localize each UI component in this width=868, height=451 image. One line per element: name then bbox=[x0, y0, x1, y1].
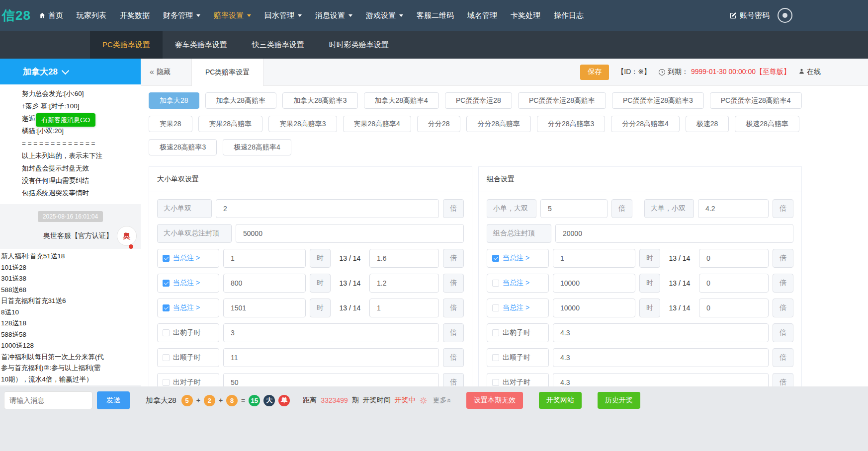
nav-item[interactable]: 消息设置 bbox=[315, 11, 352, 20]
game-tab[interactable]: 极速28高赔率 bbox=[735, 116, 799, 132]
odds-input[interactable] bbox=[376, 279, 433, 288]
nav-item[interactable]: 首页 bbox=[39, 11, 63, 20]
odds-input[interactable] bbox=[230, 328, 433, 337]
nav-item[interactable]: 卡奖处理 bbox=[511, 11, 540, 20]
game-tab[interactable]: 分分28高赔率4 bbox=[611, 116, 679, 132]
odds-input[interactable] bbox=[547, 204, 601, 213]
subnav-tab[interactable]: 赛车类赔率设置 bbox=[163, 31, 240, 59]
checkbox[interactable] bbox=[163, 329, 170, 336]
odds-input[interactable] bbox=[705, 254, 762, 263]
game-tab[interactable]: 加拿大28高赔率 bbox=[205, 92, 277, 109]
odds-input[interactable] bbox=[562, 229, 787, 238]
history-button[interactable]: 历史开奖 bbox=[598, 392, 640, 409]
checkbox[interactable] bbox=[163, 379, 170, 386]
game-tab[interactable]: 加拿大28 bbox=[149, 92, 199, 109]
checkbox-cell[interactable]: 出豹子时 bbox=[487, 323, 549, 342]
checkbox[interactable] bbox=[163, 354, 170, 361]
user-circle-icon[interactable] bbox=[778, 8, 792, 23]
nav-item[interactable]: 财务管理 bbox=[163, 11, 200, 20]
game-tab[interactable]: 分分28 bbox=[417, 116, 461, 132]
odds-input[interactable] bbox=[376, 254, 433, 263]
nav-item[interactable]: 开奖数据 bbox=[120, 11, 150, 20]
checkbox-cell[interactable]: 当总注 > bbox=[157, 274, 219, 293]
nav-item[interactable]: 操作日志 bbox=[554, 11, 584, 20]
threshold-input[interactable] bbox=[230, 303, 299, 312]
subnav-tab[interactable]: 快三类赔率设置 bbox=[240, 31, 317, 59]
nav-item-label: 开奖数据 bbox=[120, 11, 150, 20]
content-tab[interactable]: PC类赔率设置 bbox=[191, 59, 263, 86]
game-tab[interactable]: 极速28高赔率4 bbox=[223, 139, 291, 155]
odds-input[interactable] bbox=[230, 353, 433, 362]
subnav-tab[interactable]: 时时彩类赔率设置 bbox=[317, 31, 401, 59]
odds-input[interactable] bbox=[559, 353, 762, 362]
checkbox[interactable] bbox=[163, 304, 170, 311]
threshold-input[interactable] bbox=[559, 279, 629, 288]
nav-item[interactable]: 回水管理 bbox=[264, 11, 302, 20]
odds-input[interactable] bbox=[704, 204, 762, 213]
checkbox[interactable] bbox=[492, 354, 499, 361]
odds-input[interactable] bbox=[705, 279, 762, 288]
checkbox-cell[interactable]: 当总注 > bbox=[157, 299, 219, 317]
game-tab[interactable]: 极速28高赔率3 bbox=[149, 139, 217, 155]
checkbox-cell[interactable]: 出顺子时 bbox=[487, 348, 549, 367]
game-tab[interactable]: 加拿大28高赔率3 bbox=[282, 92, 357, 109]
game-tab[interactable]: 宾果28 bbox=[149, 116, 192, 132]
chat-messages[interactable]: 努力总会发光:[小:60]↑落彡 慕:[对子:100]邂逅:[小:150]橘猫:… bbox=[0, 84, 141, 386]
service-avatar[interactable]: 奥 bbox=[117, 226, 137, 246]
threshold-input[interactable] bbox=[230, 279, 299, 288]
nav-item[interactable]: 客服二维码 bbox=[417, 11, 454, 20]
odds-input[interactable] bbox=[559, 328, 762, 337]
odds-input[interactable] bbox=[705, 303, 762, 312]
checkbox[interactable] bbox=[163, 280, 170, 287]
invalidate-round-button[interactable]: 设置本期无效 bbox=[466, 392, 523, 409]
checkbox-cell[interactable]: 出顺子时 bbox=[157, 348, 219, 367]
checkbox-cell[interactable]: 当总注 > bbox=[487, 299, 549, 317]
new-service-message-button[interactable]: 有新客服消息GO bbox=[36, 113, 95, 127]
game-tab[interactable]: 分分28高赔率 bbox=[466, 116, 531, 132]
checkbox-cell[interactable]: 当总注 > bbox=[487, 249, 549, 268]
game-tab[interactable]: PC蛋蛋幸运28高赔率 bbox=[518, 92, 606, 109]
send-button[interactable]: 发送 bbox=[97, 391, 130, 409]
game-tab[interactable]: 宾果28高赔率4 bbox=[343, 116, 411, 132]
subnav-tab[interactable]: PC类赔率设置 bbox=[90, 31, 163, 59]
save-button[interactable]: 保存 bbox=[580, 65, 609, 80]
game-tab[interactable]: PC蛋蛋幸运28高赔率4 bbox=[710, 92, 802, 109]
game-tab[interactable]: 加拿大28高赔率4 bbox=[364, 92, 439, 109]
checkbox[interactable] bbox=[492, 379, 499, 386]
checkbox[interactable] bbox=[492, 280, 499, 287]
checkbox[interactable] bbox=[492, 304, 499, 311]
checkbox-cell[interactable]: 当总注 > bbox=[487, 274, 549, 293]
odds-input[interactable] bbox=[559, 378, 762, 387]
chat-message-input[interactable] bbox=[4, 391, 92, 409]
nav-item[interactable]: 域名管理 bbox=[467, 11, 497, 20]
app-logo[interactable]: 信28 bbox=[2, 7, 39, 24]
checkbox[interactable] bbox=[492, 329, 499, 336]
odds-input[interactable] bbox=[230, 378, 433, 387]
threshold-input[interactable] bbox=[559, 303, 629, 312]
nav-item[interactable]: 游戏设置 bbox=[366, 11, 403, 20]
account-password-button[interactable]: 账号密码 bbox=[729, 11, 770, 20]
nav-item[interactable]: 玩家列表 bbox=[77, 11, 106, 20]
chat-room-selector[interactable]: 加拿大28 bbox=[0, 59, 141, 84]
checkbox-cell[interactable]: 出豹子时 bbox=[157, 323, 219, 342]
nav-item[interactable]: 赔率设置 bbox=[214, 11, 251, 20]
game-tab[interactable]: 宾果28高赔率3 bbox=[268, 116, 337, 132]
game-tab[interactable]: PC蛋蛋幸运28高赔率3 bbox=[612, 92, 704, 109]
game-tab[interactable]: 分分28高赔率3 bbox=[537, 116, 605, 132]
checkbox-cell[interactable]: 当总注 > bbox=[157, 249, 219, 268]
odds-input[interactable] bbox=[222, 204, 433, 213]
threshold-input[interactable] bbox=[559, 254, 629, 263]
checkbox-label: 出顺子时 bbox=[503, 353, 530, 362]
checkbox[interactable] bbox=[492, 255, 499, 262]
odds-input[interactable] bbox=[376, 303, 433, 312]
game-tab[interactable]: 宾果28高赔率 bbox=[198, 116, 263, 132]
checkbox[interactable] bbox=[163, 255, 170, 262]
hide-sidebar-button[interactable]: « 隐藏 bbox=[150, 68, 171, 76]
game-tab[interactable]: PC蛋蛋幸运28 bbox=[445, 92, 512, 109]
more-toggle[interactable]: 更多 « bbox=[433, 396, 451, 405]
chat-line: 以上未列出的，表示未下注 bbox=[22, 150, 137, 162]
odds-input[interactable] bbox=[242, 229, 457, 238]
threshold-input[interactable] bbox=[230, 254, 299, 263]
draw-website-button[interactable]: 开奖网站 bbox=[539, 392, 582, 409]
game-tab[interactable]: 极速28 bbox=[686, 116, 729, 132]
